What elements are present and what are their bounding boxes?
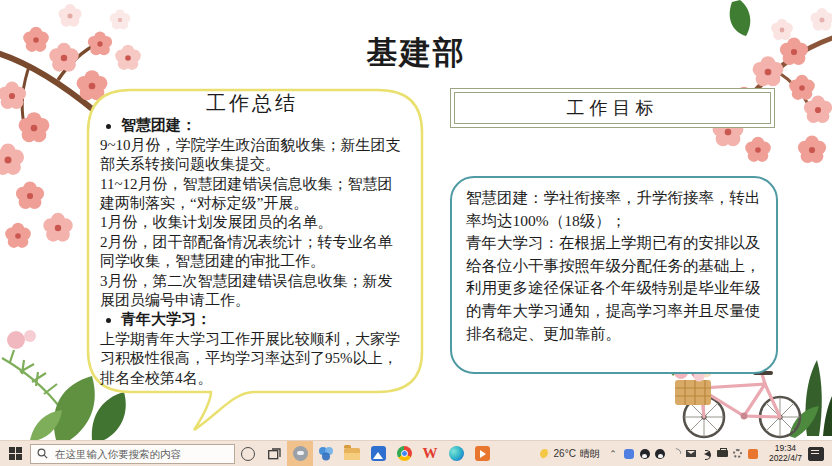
messaging-app-icon (293, 446, 308, 461)
cherry-blossom-branch-top-right (682, 0, 832, 170)
windows-taskbar: W 26°C 晴朗 ⌃ 19:34 2022/4/7 (0, 440, 832, 466)
taskbar-app-chrome[interactable] (391, 441, 417, 466)
tray-settings-icon[interactable] (732, 448, 743, 459)
search-input[interactable] (53, 447, 228, 461)
desktop-screen: 基建部 工作总结 智慧团建： 9~10月份，学院学生政治面貌收集；新生团支部关系… (0, 0, 832, 466)
summary-paragraph: 11~12月份，智慧团建错误信息收集；智慧团建两制落实，“对标定级”开展。 (100, 175, 404, 214)
file-explorer-icon (344, 448, 360, 460)
goal-paragraph-youth-study: 青年大学习：在根据上学期已有的安排以及给各位小干事按照年级分配任务的基础上，利用… (466, 232, 762, 345)
summary-paragraph: 1月份，收集计划发展团员的名单。 (100, 213, 404, 232)
tray-wps-cloud-icon[interactable] (748, 448, 759, 459)
clover-app-icon (318, 446, 334, 461)
task-view-button[interactable] (261, 441, 287, 466)
tray-blue-cloud-app-icon[interactable] (624, 448, 635, 459)
moon-weather-icon (540, 449, 550, 459)
cortana-icon (241, 447, 255, 461)
edge-browser-icon (449, 446, 464, 461)
tray-volume-icon[interactable] (701, 448, 712, 459)
tray-wifi-icon[interactable] (670, 448, 681, 459)
chrome-icon (397, 446, 412, 461)
bullet-dot-icon (106, 318, 111, 323)
weather-condition: 晴朗 (580, 447, 600, 461)
summary-paragraph: 上学期青年大学习工作开展比较顺利，大家学习积极性很高，平均学习率达到了95%以上… (100, 330, 404, 388)
taskbar-app-edge[interactable] (443, 441, 469, 466)
taskbar-app-media[interactable] (469, 441, 495, 466)
taskbar-app-messaging[interactable] (287, 441, 313, 466)
weather-temperature: 26°C (554, 448, 576, 459)
taskbar-app-photos[interactable] (365, 441, 391, 466)
windows-logo-icon (9, 447, 22, 460)
slide-title: 基建部 (0, 32, 832, 74)
task-view-icon (268, 448, 281, 460)
work-goal-header-box: 工作目标 (450, 88, 775, 128)
work-goal-panel: 智慧团建：学社衔接率，升学衔接率，转出率均达100%（18级）； 青年大学习：在… (450, 176, 778, 374)
tray-briefcase-icon[interactable] (717, 448, 728, 459)
cortana-button[interactable] (235, 441, 261, 466)
tray-mail-icon[interactable] (686, 448, 697, 459)
taskbar-clock[interactable]: 19:34 2022/4/7 (763, 444, 808, 463)
clock-date: 2022/4/7 (769, 454, 802, 464)
summary-paragraph: 9~10月份，学院学生政治面貌收集；新生团支部关系转接问题收集提交。 (100, 136, 404, 175)
summary-paragraph: 3月份，第二次智慧团建错误信息收集；新发展团员编号申请工作。 (100, 272, 404, 311)
media-play-icon (475, 446, 490, 461)
photos-app-icon (371, 446, 386, 461)
tray-qq-alt-icon[interactable] (655, 448, 666, 459)
summary-paragraph: 2月份，团干部配备情况表统计；转专业名单同学收集，智慧团建的审批工作。 (100, 233, 404, 272)
taskbar-weather-widget[interactable]: 26°C 晴朗 (534, 447, 606, 461)
goal-paragraph-smart-league: 智慧团建：学社衔接率，升学衔接率，转出率均达100%（18级）； (466, 187, 762, 232)
summary-bullet-smart-league: 智慧团建： (100, 116, 404, 135)
presentation-slide: 基建部 工作总结 智慧团建： 9~10月份，学院学生政治面貌收集；新生团支部关系… (0, 0, 832, 440)
taskbar-search-box[interactable] (30, 444, 235, 464)
taskbar-app-wps[interactable]: W (417, 441, 443, 466)
taskbar-app-clover[interactable] (313, 441, 339, 466)
search-icon (37, 448, 48, 459)
start-button[interactable] (0, 441, 30, 466)
tray-expand-button[interactable]: ⌃ (606, 449, 620, 459)
work-summary-panel: 工作总结 智慧团建： 9~10月份，学院学生政治面貌收集；新生团支部关系转接问题… (100, 94, 404, 388)
summary-bullet-youth-study: 青年大学习： (100, 310, 404, 329)
taskbar-app-file-explorer[interactable] (339, 441, 365, 466)
work-goal-title: 工作目标 (454, 92, 771, 124)
work-summary-title: 工作总结 (100, 94, 404, 113)
action-center-icon[interactable] (808, 447, 824, 461)
tray-qq-icon[interactable] (639, 448, 650, 459)
wps-writer-icon: W (423, 446, 438, 461)
system-tray (620, 448, 763, 459)
bullet-dot-icon (106, 124, 111, 129)
